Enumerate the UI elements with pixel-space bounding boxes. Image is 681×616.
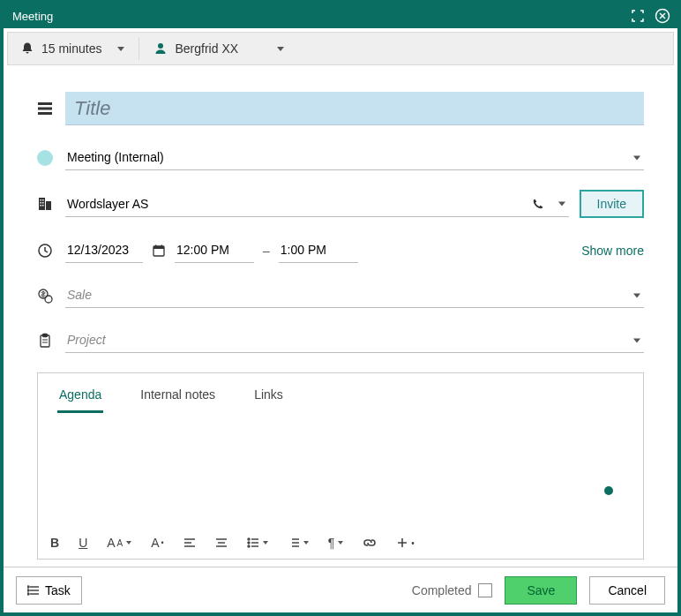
invite-button[interactable]: Invite <box>580 190 644 218</box>
owner-label: Bergfrid XX <box>175 41 261 56</box>
time-separator: – <box>263 244 270 258</box>
svg-rect-10 <box>42 202 44 204</box>
project-select[interactable] <box>65 327 644 353</box>
svg-point-1 <box>158 43 163 49</box>
paragraph-button[interactable]: ¶ <box>328 536 344 550</box>
reminder-label: 15 minutes <box>41 41 101 56</box>
company-icon <box>37 196 65 212</box>
title-icon <box>37 101 65 116</box>
svg-rect-3 <box>38 108 52 110</box>
person-icon <box>153 41 168 56</box>
more-button[interactable]: • <box>396 537 415 549</box>
date-input[interactable] <box>65 237 143 263</box>
link-button[interactable] <box>363 537 377 549</box>
cancel-button[interactable]: Cancel <box>589 576 665 605</box>
svg-point-23 <box>248 542 250 544</box>
completed-label: Completed <box>412 583 472 597</box>
bullet-list-button[interactable] <box>247 537 268 549</box>
svg-rect-8 <box>42 199 44 201</box>
svg-rect-5 <box>39 198 45 210</box>
tab-internal-notes[interactable]: Internal notes <box>138 382 217 413</box>
task-label: Task <box>45 583 71 597</box>
show-more-link[interactable]: Show more <box>581 244 644 258</box>
title-input[interactable] <box>65 92 644 125</box>
bold-button[interactable]: B <box>50 536 59 550</box>
svg-rect-2 <box>38 102 52 105</box>
menu-icon <box>27 585 40 596</box>
sale-icon <box>37 288 65 304</box>
sale-select[interactable] <box>65 282 644 308</box>
task-menu-button[interactable]: Task <box>16 576 82 605</box>
svg-rect-7 <box>41 199 42 201</box>
svg-point-26 <box>27 590 29 591</box>
completed-checkbox[interactable] <box>478 583 492 597</box>
owner-dropdown[interactable]: Bergfrid XX <box>148 38 289 59</box>
svg-rect-15 <box>153 246 164 249</box>
svg-point-22 <box>248 538 250 540</box>
company-select[interactable] <box>65 192 569 217</box>
type-select[interactable] <box>65 145 644 170</box>
font-color-button[interactable]: A• <box>151 536 164 550</box>
window-title: Meeting <box>12 10 630 23</box>
svg-rect-17 <box>161 244 163 247</box>
tab-links[interactable]: Links <box>252 382 285 413</box>
svg-rect-6 <box>46 201 51 210</box>
chevron-down-icon <box>117 47 124 51</box>
type-color-dot <box>37 150 65 166</box>
align-left-button[interactable] <box>183 537 196 549</box>
editor-content[interactable] <box>38 414 643 529</box>
fullscreen-icon[interactable] <box>630 8 646 24</box>
svg-point-19 <box>45 296 52 303</box>
footer: Task Completed Save Cancel <box>4 567 677 612</box>
close-icon[interactable] <box>655 8 670 24</box>
form-body: Invite – Show more <box>4 65 677 567</box>
project-icon <box>37 333 65 349</box>
number-list-button[interactable] <box>288 537 309 549</box>
svg-rect-16 <box>155 244 157 247</box>
editor-toolbar: B U AA A• ¶ • <box>38 529 643 559</box>
svg-point-25 <box>27 586 29 588</box>
editor: Agenda Internal notes Links B U AA A• ¶ … <box>37 372 644 560</box>
svg-point-27 <box>27 593 29 595</box>
separator <box>138 37 139 60</box>
svg-rect-21 <box>43 334 48 336</box>
tab-agenda[interactable]: Agenda <box>57 382 103 413</box>
font-size-button[interactable]: AA <box>107 536 131 550</box>
reminder-dropdown[interactable]: 15 minutes <box>15 38 130 59</box>
end-time-input[interactable] <box>279 237 358 263</box>
editor-tabs: Agenda Internal notes Links <box>38 373 643 414</box>
bell-icon <box>20 41 34 56</box>
meeting-dialog: Meeting 15 minutes <box>0 0 681 616</box>
titlebar: Meeting <box>4 4 677 28</box>
svg-point-24 <box>248 545 250 547</box>
phone-icon[interactable] <box>532 198 544 210</box>
svg-rect-9 <box>41 202 42 204</box>
svg-rect-4 <box>38 112 52 115</box>
save-button[interactable]: Save <box>505 576 577 605</box>
quickbar: 15 minutes Bergfrid XX <box>7 32 674 65</box>
calendar-icon[interactable] <box>152 244 166 258</box>
clock-icon <box>37 243 65 259</box>
start-time-input[interactable] <box>175 237 254 263</box>
status-dot <box>604 486 613 495</box>
align-center-button[interactable] <box>215 537 228 549</box>
svg-rect-11 <box>41 205 42 207</box>
svg-rect-12 <box>42 205 44 207</box>
underline-button[interactable]: U <box>79 536 87 550</box>
chevron-down-icon <box>277 47 284 51</box>
